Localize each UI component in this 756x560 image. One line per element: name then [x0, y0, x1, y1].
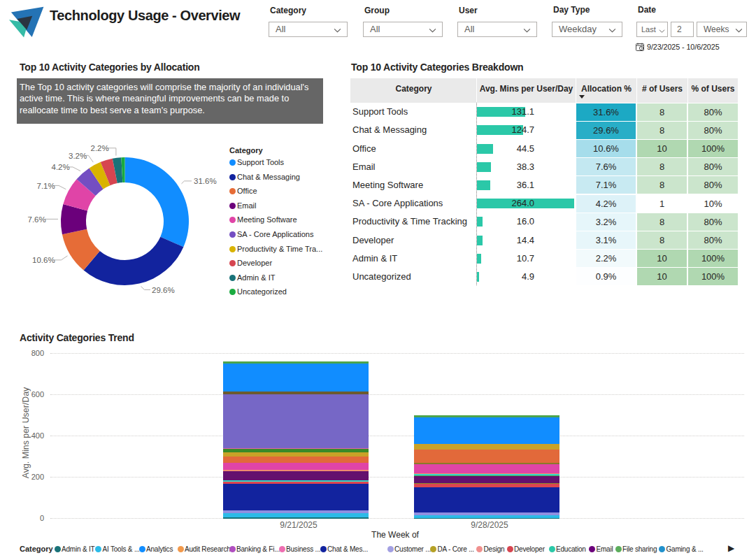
- svg-text:29.6%: 29.6%: [152, 286, 175, 294]
- svg-text:4.2%: 4.2%: [52, 163, 70, 171]
- svg-text:31.6%: 31.6%: [194, 177, 217, 185]
- svg-text:2.2%: 2.2%: [91, 144, 109, 152]
- svg-text:7.1%: 7.1%: [37, 182, 55, 190]
- svg-text:3.2%: 3.2%: [69, 152, 87, 160]
- svg-text:7.6%: 7.6%: [28, 215, 46, 224]
- svg-text:10.6%: 10.6%: [32, 256, 55, 264]
